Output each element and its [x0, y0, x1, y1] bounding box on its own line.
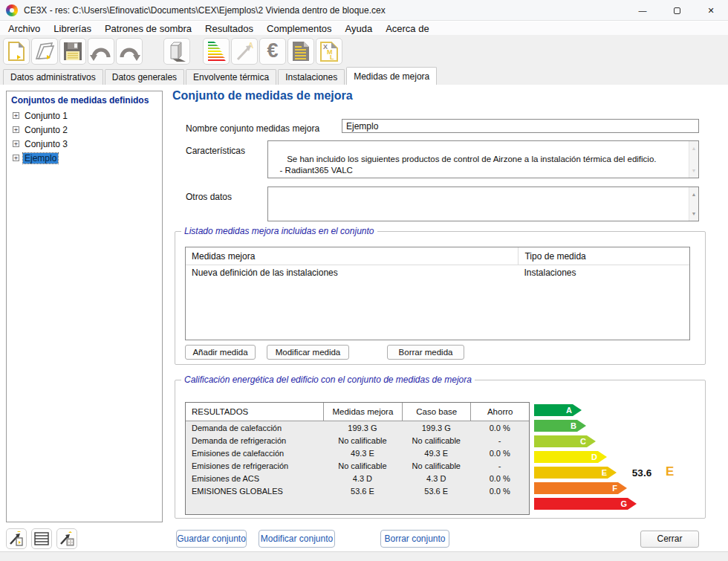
menu-acerca-de[interactable]: Acerca de [379, 23, 436, 34]
tree-header: Conjuntos de medidas definidos [11, 95, 157, 106]
recalculate-icon: A [234, 41, 255, 62]
tab-datos-administrativos[interactable]: Datos administrativos [3, 69, 103, 85]
row-caso-base: 199.3 G [402, 424, 470, 432]
window-controls: — ✕ [625, 0, 728, 21]
menu-complementos[interactable]: Complementos [260, 23, 338, 34]
expand-plus-icon[interactable]: + [13, 112, 19, 119]
main-panel: Conjunto de medidas de mejora Nombre con… [172, 89, 706, 535]
expand-plus-icon[interactable]: + [13, 126, 19, 133]
tab-instalaciones[interactable]: Instalaciones [278, 69, 345, 85]
edit-building-button[interactable] [56, 528, 77, 549]
menu-ayuda[interactable]: Ayuda [339, 23, 380, 34]
results-row: EMISIONES GLOBALES 53.6 E 53.6 E 0.0 % [186, 484, 529, 497]
redo-button[interactable] [116, 38, 143, 65]
anadir-medida-button[interactable]: Añadir medida [185, 345, 256, 360]
energy-rating-scale: A B C D E [534, 404, 705, 513]
maximize-icon [674, 7, 680, 14]
page-title: Conjunto de medidas de mejora [172, 89, 706, 103]
menu-archivo[interactable]: Archivo [1, 23, 47, 34]
menu-resultados[interactable]: Resultados [198, 23, 260, 34]
borrar-medida-button[interactable]: Borrar medida [387, 345, 464, 360]
menu-librerias[interactable]: Librerías [47, 23, 98, 34]
resultados-header: RESULTADOS Medidas mejora Caso base Ahor… [186, 403, 529, 421]
otros-datos-scrollbar[interactable]: ▲ ▼ [689, 187, 698, 221]
tab-envolvente-termica[interactable]: Envolvente térmica [186, 69, 276, 85]
tree-item-label: Conjunto 3 [23, 139, 69, 149]
minimize-icon: — [639, 6, 647, 15]
export-xml-button[interactable]: XML [316, 38, 342, 65]
new-file-button[interactable] [3, 38, 30, 65]
row-medidas: 49.3 E [323, 449, 402, 458]
export-xml-icon: XML [319, 41, 339, 62]
scroll-down-icon[interactable]: ▼ [692, 208, 697, 219]
tree-item-conjunto-3[interactable]: + Conjunto 3 [13, 138, 157, 149]
status-bar [0, 551, 728, 561]
modificar-conjunto-button[interactable]: Modificar conjunto [259, 530, 335, 548]
caracteristicas-scrollbar[interactable]: ▲ ▼ [689, 141, 698, 178]
rating-arrow-tip [618, 482, 627, 494]
row-caso-base: 4.3 D [402, 474, 470, 483]
cost-euro-button[interactable]: € [259, 38, 286, 65]
tree-item-ejemplo[interactable]: + Ejemplo [13, 152, 157, 163]
medida-tipo-cell: Instalaciones [518, 267, 689, 278]
tree-item-label: Conjunto 2 [23, 125, 69, 135]
rating-letter: G [620, 499, 628, 508]
row-ahorro: - [470, 436, 529, 445]
caracteristicas-text: Se han incluido los siguientes productos… [273, 155, 657, 178]
expand-plus-icon[interactable]: + [13, 155, 19, 161]
menu-bar: Archivo Librerías Patrones de sombra Res… [0, 22, 728, 35]
row-ahorro: 0.0 % [470, 424, 529, 432]
row-medidas: No calificable [323, 436, 402, 445]
col-ahorro: Ahorro [470, 403, 529, 421]
report-button[interactable] [287, 38, 314, 65]
rating-letter: F [612, 484, 618, 493]
energy-rating-icon [207, 41, 226, 62]
row-ahorro: 0.0 % [470, 487, 529, 496]
scroll-down-icon[interactable]: ▼ [692, 165, 697, 176]
menu-patrones-de-sombra[interactable]: Patrones de sombra [98, 23, 198, 34]
rating-bar-f: F [534, 482, 618, 494]
caracteristicas-label: Características [186, 146, 245, 156]
rating-arrow-tip [608, 467, 617, 479]
tree-item-conjunto-1[interactable]: + Conjunto 1 [13, 110, 157, 121]
app-logo-icon [6, 4, 18, 16]
cerrar-button[interactable]: Cerrar [640, 531, 699, 548]
energy-rating-button[interactable] [203, 38, 230, 65]
expand-plus-icon[interactable]: + [13, 140, 19, 147]
close-button[interactable]: ✕ [694, 0, 728, 21]
recalculate-button[interactable]: A [231, 38, 258, 65]
caracteristicas-textarea[interactable]: Se han incluido los siguientes productos… [267, 140, 699, 178]
redo-icon [118, 41, 140, 62]
scroll-up-icon[interactable]: ▲ [692, 189, 697, 200]
scroll-up-icon[interactable]: ▲ [692, 143, 697, 154]
medidas-table-row[interactable]: Nueva definición de las instalaciones In… [186, 265, 689, 280]
guardar-conjunto-button[interactable]: Guardar conjunto [176, 530, 247, 548]
minimize-button[interactable]: — [625, 0, 660, 21]
list-table-icon [34, 532, 49, 545]
edit-measure-button[interactable] [6, 528, 27, 549]
undo-button[interactable] [88, 38, 114, 65]
borrar-conjunto-button[interactable]: Borrar conjunto [380, 530, 449, 548]
modificar-medida-button[interactable]: Modificar medida [267, 345, 349, 360]
row-label: Demanda de refrigeración [186, 436, 323, 445]
edit-measure-icon [9, 531, 24, 546]
rating-bar-g: G [534, 498, 628, 510]
tab-medidas-de-mejora[interactable]: Medidas de mejora [346, 67, 437, 85]
open-file-button[interactable] [31, 38, 58, 65]
tree-item-conjunto-2[interactable]: + Conjunto 2 [13, 124, 157, 135]
tree-item-label-selected: Ejemplo [23, 153, 58, 163]
otros-datos-textarea[interactable]: ▲ ▼ [267, 187, 699, 221]
tree-tool-buttons [6, 528, 82, 549]
maximize-button[interactable] [660, 0, 694, 21]
3d-view-button[interactable] [163, 38, 190, 65]
scale-row-g: G [534, 498, 705, 510]
nombre-conjunto-input[interactable] [342, 119, 699, 133]
save-button[interactable] [59, 38, 86, 65]
row-medidas: 4.3 D [323, 474, 402, 483]
cost-euro-icon: € [267, 41, 278, 61]
report-icon [291, 41, 311, 62]
window-title: CE3X - res: C:\Users\Efinovatic\Document… [24, 5, 386, 16]
tab-datos-generales[interactable]: Datos generales [105, 69, 184, 85]
row-medidas: 53.6 E [323, 487, 402, 496]
list-view-button[interactable] [31, 528, 52, 549]
